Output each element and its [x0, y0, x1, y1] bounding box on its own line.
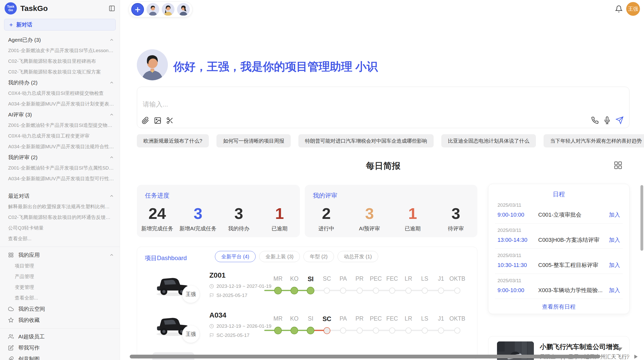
- stat: 24 新增完成任务: [137, 201, 178, 237]
- section-recent-chats[interactable]: 最近对话: [0, 191, 120, 201]
- collapse-sidebar-icon[interactable]: [109, 5, 115, 12]
- list-item[interactable]: C02-飞腾新能源轻客改款项目里程碑画布: [0, 56, 120, 67]
- scissors-icon[interactable]: [166, 117, 174, 124]
- users-icon: [8, 334, 14, 339]
- filter-tab[interactable]: 动总开发 (1): [338, 251, 378, 262]
- my-review-card: 我的评审 2 进行中 3 AI预评审 1 已逾期 3 待评审: [305, 185, 477, 237]
- stat-label: 待评审: [448, 225, 464, 232]
- section-my-todo[interactable]: 我的待办 (2): [0, 77, 120, 88]
- stat-value: 3: [234, 206, 243, 221]
- join-link[interactable]: 加入: [609, 211, 620, 219]
- join-link[interactable]: 加入: [609, 287, 620, 294]
- sidebar-item-ai-employee[interactable]: AI超级员工: [0, 331, 120, 342]
- microphone-icon[interactable]: [603, 116, 611, 124]
- sidebar-item-project-mgmt[interactable]: 项目管理: [0, 261, 120, 271]
- section-label: Agent已办 (3): [8, 36, 109, 43]
- sidebar-item-my-apps[interactable]: 我的应用: [0, 249, 120, 261]
- list-item[interactable]: C0X4-动力总成开发项目工程变更评审: [0, 131, 120, 141]
- list-item[interactable]: C02-飞腾新能源轻客改款项目的闭环通告反馈情况: [0, 212, 120, 223]
- ai-employee-label: AI超级员工: [18, 333, 114, 340]
- avatar[interactable]: [147, 3, 159, 16]
- stat-label: 我的待办: [228, 225, 250, 232]
- add-agent-button[interactable]: ＋: [131, 3, 144, 16]
- list-item[interactable]: A034-全新新能源MUV产品开发项目造型可行性评审: [0, 173, 120, 184]
- list-item[interactable]: 公司Q3轻卡销量: [0, 223, 120, 233]
- new-chat-button[interactable]: ＋ 新对话: [4, 19, 116, 31]
- milestone-dot: [372, 287, 380, 294]
- image-icon[interactable]: [154, 117, 162, 124]
- join-link[interactable]: 加入: [609, 261, 620, 269]
- paperclip-icon[interactable]: [142, 117, 149, 124]
- list-item[interactable]: A034-全新新能源MUV产品开发项目计划变更表编写: [0, 99, 120, 109]
- stat: 3 我的待办: [218, 201, 259, 237]
- view-all-chats[interactable]: 查看全部...: [0, 233, 120, 244]
- schedule-event: 2025/03/11 9:00-10:00 C001-立项审批会 加入: [488, 198, 629, 223]
- suggestion-chip[interactable]: 特朗普可能对进口汽车增税会对中国车企造成哪些影响: [298, 134, 434, 147]
- sidebar-item-writing-helper[interactable]: 帮我写作: [0, 342, 120, 353]
- project-flag-date: SC-2025-05-17: [209, 333, 250, 338]
- project-row[interactable]: 王强 A034 2023-12-19 ~ 2026-01-19 SC-2025-…: [137, 309, 477, 349]
- my-apps-label: 我的应用: [18, 251, 105, 259]
- list-item[interactable]: 解释最新出台的欧盟报废车法规再生塑料比例被调至15%...: [0, 201, 120, 212]
- divider: [0, 328, 120, 328]
- filter-tab[interactable]: 全新上装 (3): [259, 251, 300, 262]
- view-all-schedule-link[interactable]: 查看所有日程: [488, 303, 629, 311]
- list-item[interactable]: Z001-全新燃油轻卡产品开发项目SI节点属性5D文件评审: [0, 163, 120, 173]
- section-ai-review[interactable]: AI评审 (3): [0, 109, 120, 120]
- event-date: 2025/03/11: [497, 228, 620, 233]
- grid-icon: [8, 252, 14, 258]
- milestone-dot: [453, 327, 461, 334]
- notifications-bell-icon[interactable]: [615, 5, 623, 13]
- vertical-scrollbar[interactable]: [640, 185, 643, 251]
- suggestion-chip[interactable]: 比亚迪全固态电池计划具体说了什么: [441, 134, 536, 147]
- avatar[interactable]: [162, 3, 174, 16]
- layout-grid-icon[interactable]: [613, 161, 623, 170]
- horizontal-scrollbar[interactable]: [130, 355, 600, 358]
- event-date: 2025/03/11: [497, 202, 620, 208]
- sidebar-item-creative-drawing[interactable]: 创意制图: [0, 353, 120, 360]
- list-item[interactable]: C02-飞腾新能源轻客改款项目立项汇报方案: [0, 67, 120, 77]
- section-my-review[interactable]: 我的评审 (2): [0, 152, 120, 163]
- app-logo-text-top: Task: [7, 5, 14, 8]
- event-time: 10:30-11:30: [497, 262, 538, 268]
- suggestion-chip[interactable]: 欧洲新规最近颁布了什么?: [137, 134, 209, 147]
- list-item[interactable]: Z001-全新燃油轻卡产品开发项目SI造型提交物评审: [0, 120, 120, 131]
- project-row[interactable]: 王强 Z001 2023-12-19 ~ 2027-01-19 SI-2025-…: [137, 269, 477, 309]
- filter-tab[interactable]: 全新平台 (4): [215, 251, 256, 262]
- user-avatar[interactable]: 王强: [626, 2, 640, 16]
- chat-input[interactable]: [142, 100, 447, 109]
- chevron-up-icon: [109, 193, 114, 199]
- stat-label: 新增AI完成任务: [179, 225, 216, 232]
- schedule-title: 日程: [488, 190, 629, 198]
- join-link[interactable]: 加入: [609, 236, 620, 244]
- list-item[interactable]: Z001-全新燃油皮卡产品开发项目SI节点Lesson Learn报告: [0, 45, 120, 56]
- milestone-dot: [307, 287, 314, 294]
- chevron-up-icon: [109, 37, 114, 42]
- flag-icon: [209, 293, 214, 298]
- chevron-down-icon[interactable]: [617, 348, 622, 351]
- suggestion-chip[interactable]: 当下年轻人对汽车外观有怎样的喜好趋势: [544, 134, 644, 147]
- sidebar-item-product-mgmt[interactable]: 产品管理: [0, 271, 120, 282]
- view-all-apps[interactable]: 查看全部...: [0, 293, 120, 303]
- sidebar-item-favorites[interactable]: 我的收藏: [0, 314, 120, 326]
- section-agent-done[interactable]: Agent已办 (3): [0, 35, 120, 45]
- clock-icon: [209, 324, 214, 328]
- list-item[interactable]: A034-全新新能源MUV产品开发项目法规符合性评审: [0, 141, 120, 152]
- phone-icon[interactable]: [591, 116, 599, 124]
- scroll-right-arrow-icon[interactable]: [634, 355, 638, 359]
- card-title: 任务进度: [145, 191, 169, 200]
- sidebar-item-cloud-space[interactable]: 我的云空间: [0, 303, 120, 314]
- briefing-title: 每日简报: [137, 160, 630, 172]
- schedule-event: 2025/03/11 9:00-10:00 X003-车辆动力学性能验... 加…: [488, 274, 629, 299]
- filter-tab[interactable]: 年型 (2): [303, 251, 334, 262]
- list-item[interactable]: C0X4-动力总成开发项目SI里程碑提交物检查: [0, 88, 120, 99]
- new-chat-label: 新对话: [16, 21, 32, 28]
- sidebar: Task Go TaskGo ＋ 新对话 Agent已办 (3) Z001-全新…: [0, 0, 120, 360]
- avatar[interactable]: [177, 3, 190, 16]
- task-progress-card: 任务进度 24 新增完成任务 3 新增AI完成任务 3 我的待办 1 已逾期: [137, 185, 300, 237]
- send-icon[interactable]: [616, 116, 624, 124]
- app-logo-text-bottom: Go: [8, 8, 13, 12]
- milestone-dot: [405, 327, 412, 334]
- sidebar-item-change-mgmt[interactable]: 变更管理: [0, 282, 120, 293]
- suggestion-chip[interactable]: 如何写一份清晰的项目周报: [216, 134, 291, 147]
